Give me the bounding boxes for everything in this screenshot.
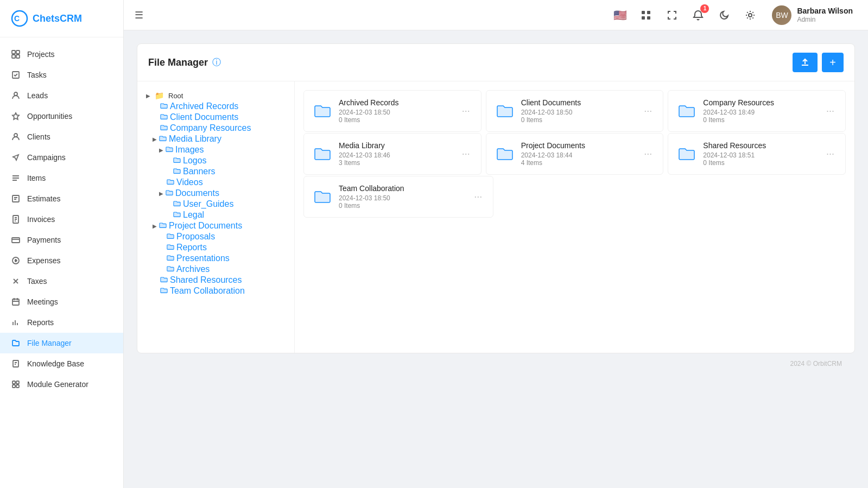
footer-text: 2024 © OrbitCRM: [790, 360, 842, 367]
folder-date: 2024-12-03 18:46: [339, 151, 453, 159]
tree-item[interactable]: Archives: [159, 264, 286, 275]
info-icon[interactable]: ⓘ: [212, 57, 221, 68]
sidebar-item-payments[interactable]: Payments: [0, 230, 123, 250]
tree-item-label: Company Resources: [170, 123, 251, 133]
sidebar-item-tasks[interactable]: Tasks: [0, 65, 123, 85]
logo[interactable]: C ChetsCRM: [0, 0, 123, 37]
folder-date: 2024-12-03 18:51: [703, 151, 818, 159]
folder-icon: [495, 102, 515, 121]
tree-folder-icon: [167, 265, 174, 274]
tree-folder-icon: [167, 243, 174, 252]
upload-button[interactable]: [793, 53, 818, 72]
svg-text:C: C: [14, 14, 20, 23]
sidebar-item-label: Taxes: [27, 277, 47, 286]
folder-card[interactable]: Shared Resources 2024-12-03 18:51 0 Item…: [668, 133, 846, 175]
folder-card[interactable]: Project Documents 2024-12-03 18:44 4 Ite…: [486, 133, 664, 175]
svg-rect-16: [16, 381, 19, 384]
folder-more-button[interactable]: ···: [824, 103, 837, 119]
user-role: Admin: [797, 16, 853, 23]
tree-item-label: Presentations: [176, 253, 230, 263]
sidebar-item-campaigns[interactable]: Campaigns: [0, 147, 123, 168]
folder-date: 2024-12-03 18:50: [521, 109, 636, 116]
svg-rect-10: [12, 195, 19, 202]
menu-toggle-icon[interactable]: ☰: [135, 9, 143, 21]
tree-folder-icon: [173, 200, 181, 208]
language-icon[interactable]: 🇺🇸: [611, 7, 629, 24]
sidebar-item-knowledge-base[interactable]: Knowledge Base: [0, 353, 123, 374]
tree-item[interactable]: Shared Resources: [153, 275, 286, 286]
sidebar-item-clients[interactable]: Clients: [0, 126, 123, 147]
tree-item-label: User_Guides: [183, 199, 233, 209]
tree-item-label: Documents: [175, 188, 219, 198]
tree-item[interactable]: Client Documents: [153, 112, 286, 123]
folder-card[interactable]: Media Library 2024-12-03 18:46 3 Items ·…: [303, 133, 481, 175]
folder-count: 0 Items: [703, 159, 818, 167]
folder-more-button[interactable]: ···: [460, 146, 472, 162]
folder-more-button[interactable]: ···: [472, 189, 484, 205]
user-info[interactable]: BW Barbara Wilson Admin: [768, 3, 857, 27]
folder-card[interactable]: Archived Records 2024-12-03 18:50 0 Item…: [303, 90, 481, 132]
add-button[interactable]: +: [822, 53, 844, 72]
folder-more-button[interactable]: ···: [642, 146, 654, 162]
folder-more-button[interactable]: ···: [460, 103, 472, 119]
sidebar-item-opportunities[interactable]: Opportunities: [0, 106, 123, 126]
meetings-icon: [11, 297, 21, 307]
sidebar-item-items[interactable]: Items: [0, 168, 123, 188]
logo-text: ChetsCRM: [33, 13, 82, 24]
tree-item[interactable]: Team Collaboration: [153, 286, 286, 296]
folder-card[interactable]: Client Documents 2024-12-03 18:50 0 Item…: [486, 90, 664, 132]
notification-icon[interactable]: 1: [689, 7, 707, 24]
sidebar-item-invoices[interactable]: Invoices: [0, 209, 123, 230]
tree-item[interactable]: ▶Images: [159, 144, 286, 155]
tree-item[interactable]: Proposals: [159, 231, 286, 242]
module-generator-icon: [11, 379, 21, 389]
tree-root[interactable]: ▶ 📁 Root: [146, 90, 286, 101]
sidebar-item-expenses[interactable]: Expenses: [0, 250, 123, 271]
dark-mode-icon[interactable]: [715, 7, 733, 24]
campaigns-icon: [11, 153, 21, 162]
tree-item[interactable]: Legal: [166, 210, 286, 220]
folder-name: Project Documents: [521, 141, 636, 150]
tree-item[interactable]: Company Resources: [153, 123, 286, 134]
sidebar-item-label: Module Generator: [27, 380, 88, 389]
tree-item-label: Media Library: [169, 134, 221, 144]
sidebar-item-estimates[interactable]: Estimates: [0, 188, 123, 209]
fullscreen-icon[interactable]: [663, 7, 681, 24]
folder-count: 0 Items: [521, 116, 636, 124]
tree-item[interactable]: Videos: [159, 177, 286, 188]
tree-item[interactable]: ▶Documents: [159, 188, 286, 199]
tree-item[interactable]: Presentations: [159, 253, 286, 264]
svg-rect-18: [16, 385, 19, 388]
tree-item[interactable]: Logos: [166, 155, 286, 166]
sidebar: C ChetsCRM Projects Tasks Leads Opportun…: [0, 0, 124, 488]
tree-item[interactable]: Archived Records: [153, 101, 286, 112]
tree-item[interactable]: Reports: [159, 242, 286, 253]
sidebar-item-module-generator[interactable]: Module Generator: [0, 374, 123, 395]
tree-item[interactable]: ▶Media Library: [153, 134, 286, 144]
sidebar-item-label: Campaigns: [27, 153, 66, 162]
folder-more-button[interactable]: ···: [824, 146, 837, 162]
sidebar-item-taxes[interactable]: Taxes: [0, 271, 123, 291]
sidebar-item-projects[interactable]: Projects: [0, 44, 123, 65]
tree-item[interactable]: User_Guides: [166, 199, 286, 210]
tree-folder-icon: [167, 232, 174, 241]
file-manager-icon: [11, 338, 21, 348]
user-name: Barbara Wilson: [797, 7, 853, 16]
folder-card[interactable]: Company Resources 2024-12-03 18:49 0 Ite…: [668, 90, 846, 132]
sidebar-item-file-manager[interactable]: File Manager: [0, 333, 123, 353]
folder-count: 3 Items: [339, 159, 453, 167]
folder-card[interactable]: Team Collaboration 2024-12-03 18:50 0 It…: [303, 176, 493, 218]
knowledge-base-icon: [11, 359, 21, 369]
apps-icon[interactable]: [637, 7, 655, 24]
tree-item[interactable]: ▶Project Documents: [153, 220, 286, 231]
estimates-icon: [11, 194, 21, 204]
folder-more-button[interactable]: ···: [642, 103, 654, 119]
sidebar-item-leads[interactable]: Leads: [0, 85, 123, 106]
tree-folder-icon: [173, 156, 181, 165]
sidebar-item-reports[interactable]: Reports: [0, 312, 123, 333]
sidebar-item-meetings[interactable]: Meetings: [0, 291, 123, 312]
settings-icon[interactable]: [742, 7, 759, 24]
page-card: File Manager ⓘ + ▶ 📁 Root Archived Recor…: [137, 43, 855, 353]
tree-item[interactable]: Banners: [166, 166, 286, 177]
folder-date: 2024-12-03 18:50: [339, 109, 453, 116]
